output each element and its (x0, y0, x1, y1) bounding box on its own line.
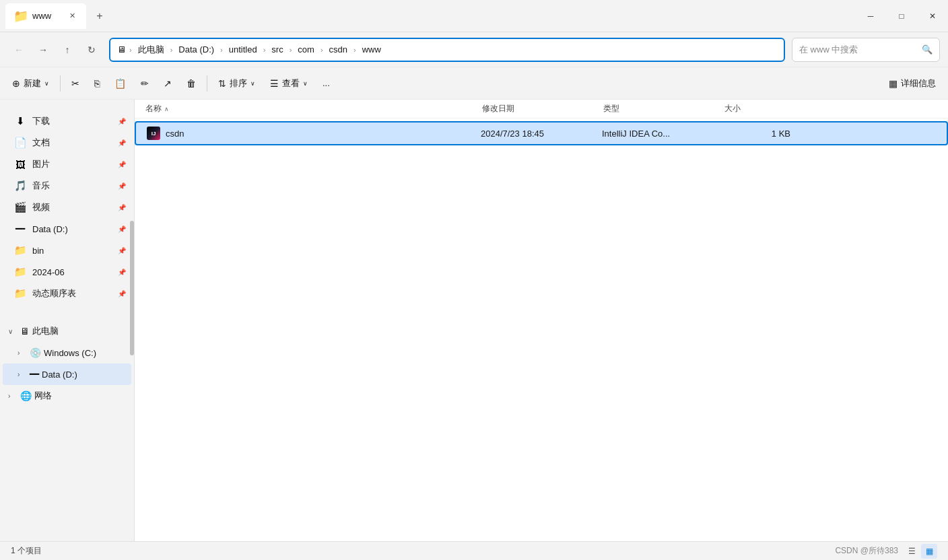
sidebar-item-video[interactable]: 🎬 视频 📌 (3, 197, 131, 218)
sidebar-item-2024-06[interactable]: 📁 2024-06 📌 (3, 261, 131, 283)
dynamic-list-icon: 📁 (13, 287, 27, 300)
breadcrumb-src[interactable]: src (269, 43, 285, 56)
col-date-label: 修改日期 (482, 103, 514, 114)
sidebar-item-dynamic-list[interactable]: 📁 动态顺序表 📌 (3, 283, 131, 304)
close-button[interactable]: ✕ (917, 0, 948, 32)
table-row[interactable]: IJ csdn 2024/7/23 18:45 IntelliJ IDEA Co… (135, 121, 948, 145)
tree-label-network: 网络 (34, 390, 52, 402)
tree-label-data-d: Data (D:) (42, 370, 77, 380)
sidebar-tree-this-pc[interactable]: ∨ 🖥 此电脑 (3, 320, 131, 342)
sidebar-label-data-d: Data (D:) (32, 224, 112, 234)
share-button[interactable]: ↗ (157, 71, 178, 96)
col-header-date[interactable]: 修改日期 (482, 103, 603, 114)
sidebar-label-dynamic-list: 动态顺序表 (32, 287, 112, 300)
view-toggle: ☰ ▦ (904, 544, 937, 559)
quick-access-section: ⬇ 下载 📌 📄 文档 📌 🖼 图片 📌 🎵 音乐 📌 🎬 视频 (0, 110, 134, 304)
titlebar: 📁 www ✕ + ─ □ ✕ (0, 0, 948, 32)
forward-button[interactable]: → (32, 39, 54, 61)
breadcrumb-www[interactable]: www (360, 43, 384, 56)
col-type-label: 类型 (603, 103, 619, 114)
search-placeholder: 在 www 中搜索 (799, 44, 858, 56)
sidebar-label-2024-06: 2024-06 (32, 267, 112, 277)
breadcrumb-this-pc[interactable]: 此电脑 (135, 42, 167, 57)
breadcrumb-csdn[interactable]: csdn (327, 43, 350, 56)
cut-button[interactable]: ✂ (65, 71, 86, 96)
address-bar[interactable]: 🖥 › 此电脑 › Data (D:) › untitled › src › c… (109, 38, 785, 62)
window-controls: ─ □ ✕ (855, 0, 948, 32)
paste-button[interactable]: 📋 (108, 71, 133, 96)
bin-icon: 📁 (13, 244, 27, 256)
sidebar-item-bin[interactable]: 📁 bin 📌 (3, 240, 131, 261)
music-icon: 🎵 (13, 180, 27, 192)
refresh-button[interactable]: ↻ (81, 39, 102, 61)
sort-label: 排序 (230, 77, 247, 90)
new-tab-button[interactable]: + (89, 5, 110, 27)
pin-icon-download: 📌 (118, 118, 126, 125)
delete-button[interactable]: 🗑 (180, 71, 203, 96)
tab-folder-icon: 📁 (13, 9, 28, 24)
view-button[interactable]: ☰ 查看 ∨ (263, 71, 314, 96)
up-button[interactable]: ↑ (57, 39, 78, 61)
col-header-type[interactable]: 类型 (603, 103, 724, 114)
sidebar-label-video: 视频 (32, 201, 112, 213)
expand-windows-c-icon: › (18, 349, 27, 357)
sidebar-scrollbar-thumb[interactable] (130, 221, 134, 355)
copy-button[interactable]: ⎘ (88, 71, 106, 96)
sidebar-tree-data-d[interactable]: › ━━ Data (D:) (3, 363, 131, 385)
search-box[interactable]: 在 www 中搜索 🔍 (792, 38, 940, 62)
col-size-label: 大小 (724, 103, 741, 114)
more-button[interactable]: ... (316, 71, 337, 96)
download-icon: ⬇ (13, 115, 27, 127)
col-header-name[interactable]: 名称 ∧ (145, 103, 482, 114)
breadcrumb-com[interactable]: com (295, 43, 317, 56)
tree-label-this-pc: 此电脑 (32, 325, 59, 337)
new-icon: ⊕ (12, 78, 20, 89)
content-area: 名称 ∧ 修改日期 类型 大小 IJ csdn 2024/7/23 18:45 … (135, 100, 948, 541)
sidebar-scrollbar-track[interactable] (130, 100, 134, 541)
breadcrumb-data-d[interactable]: Data (D:) (176, 43, 217, 56)
back-button[interactable]: ← (8, 39, 30, 61)
maximize-button[interactable]: □ (886, 0, 917, 32)
data-d-icon: ━━ (13, 224, 27, 234)
sidebar-tree-network[interactable]: › 🌐 网络 (3, 385, 131, 407)
new-button[interactable]: ⊕ 新建 ∨ (5, 71, 56, 96)
sidebar-item-music[interactable]: 🎵 音乐 📌 (3, 175, 131, 197)
share-icon: ↗ (164, 78, 172, 89)
file-list: IJ csdn 2024/7/23 18:45 IntelliJ IDEA Co… (135, 118, 948, 541)
sidebar-item-download[interactable]: ⬇ 下载 📌 (3, 110, 131, 132)
main-layout: ⬇ 下载 📌 📄 文档 📌 🖼 图片 📌 🎵 音乐 📌 🎬 视频 (0, 100, 948, 541)
sidebar-label-pictures: 图片 (32, 158, 112, 170)
breadcrumb-untitled[interactable]: untitled (226, 43, 260, 56)
sidebar-item-data-d[interactable]: ━━ Data (D:) 📌 (3, 218, 131, 240)
cut-icon: ✂ (71, 78, 79, 89)
status-right: CSDN @所待383 ☰ ▦ (835, 544, 937, 559)
rename-button[interactable]: ✏ (134, 71, 156, 96)
address-bar-computer-icon: 🖥 (117, 44, 126, 55)
tab-www[interactable]: 📁 www ✕ (5, 3, 86, 29)
sidebar-tree-windows-c[interactable]: › 💿 Windows (C:) (3, 342, 131, 363)
sort-button[interactable]: ⇅ 排序 ∨ (211, 71, 262, 96)
toolbar: ⊕ 新建 ∨ ✂ ⎘ 📋 ✏ ↗ 🗑 ⇅ 排序 ∨ ☰ 查看 ∨ ... ▦ 详… (0, 67, 948, 100)
detail-view-button[interactable]: ▦ (921, 544, 937, 559)
col-header-size[interactable]: 大小 (724, 103, 792, 114)
file-size: 1 KB (723, 129, 790, 139)
column-headers: 名称 ∧ 修改日期 类型 大小 (135, 100, 948, 118)
paste-icon: 📋 (114, 78, 126, 89)
tab-close-button[interactable]: ✕ (66, 10, 78, 22)
pin-icon-dynamic-list: 📌 (118, 290, 126, 298)
tree-label-windows-c: Windows (C:) (44, 348, 96, 358)
list-view-button[interactable]: ☰ (904, 544, 920, 559)
pin-icon-music: 📌 (118, 182, 126, 190)
expand-this-pc-icon: ∨ (8, 328, 18, 335)
details-button[interactable]: ▦ 详细信息 (882, 71, 943, 96)
minimize-button[interactable]: ─ (855, 0, 886, 32)
new-label: 新建 (24, 77, 41, 90)
sidebar-label-bin: bin (32, 246, 112, 256)
sidebar-item-documents[interactable]: 📄 文档 📌 (3, 132, 131, 153)
sort-arrow-name: ∧ (164, 106, 169, 112)
copy-icon: ⎘ (94, 78, 100, 89)
rename-icon: ✏ (141, 78, 149, 89)
file-date: 2024/7/23 18:45 (481, 129, 602, 139)
sidebar-label-documents: 文档 (32, 137, 112, 149)
sidebar-item-pictures[interactable]: 🖼 图片 📌 (3, 153, 131, 175)
